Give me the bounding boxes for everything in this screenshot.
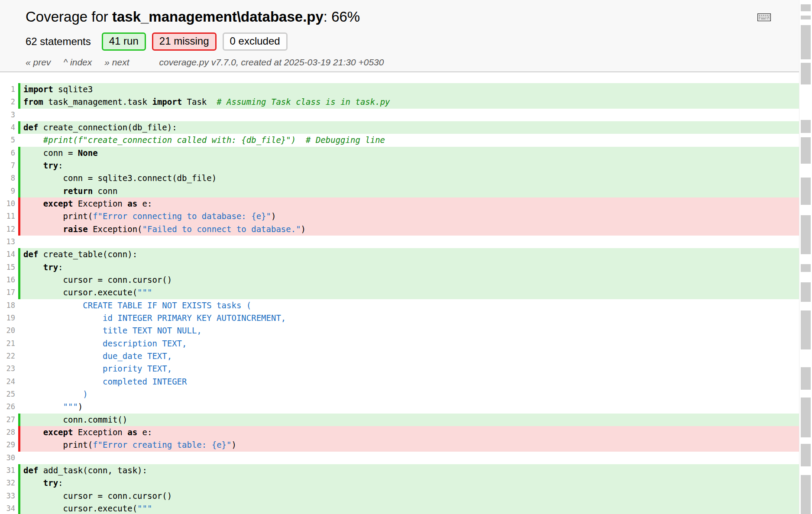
line-number[interactable]: 21 <box>0 337 15 350</box>
scroll-marker <box>801 4 811 11</box>
index-link[interactable]: ^ index <box>63 57 92 68</box>
line-code: cursor = conn.cursor() <box>18 274 799 286</box>
code-token-pln: sqlite3 <box>53 84 93 94</box>
line-number[interactable]: 1 <box>0 83 15 96</box>
source-line: 13 <box>0 236 799 248</box>
line-number[interactable]: 5 <box>0 134 15 146</box>
line-number[interactable]: 3 <box>0 109 15 121</box>
line-code <box>18 109 799 121</box>
line-number[interactable]: 30 <box>0 452 15 464</box>
code-token-str: completed INTEGER <box>23 377 187 386</box>
code-token-key: def <box>23 123 38 132</box>
line-code: def create_table(conn): <box>18 248 799 261</box>
code-token-pln: cursor = conn.cursor() <box>23 275 172 284</box>
run-filter-button[interactable]: 41 run <box>102 32 146 51</box>
source-line: 34 cursor.execute(""" <box>0 502 799 514</box>
line-number[interactable]: 18 <box>0 299 15 312</box>
code-token-pln: Exception <box>73 199 127 208</box>
line-number[interactable]: 13 <box>0 236 15 248</box>
line-number[interactable]: 15 <box>0 261 15 274</box>
line-code: cursor = conn.cursor() <box>18 490 799 502</box>
scroll-marker <box>801 282 811 302</box>
scroll-marker <box>801 215 811 254</box>
prev-file-link[interactable]: « prev <box>26 57 51 68</box>
line-code: completed INTEGER <box>18 375 799 388</box>
line-number[interactable]: 9 <box>0 185 15 197</box>
line-number[interactable]: 33 <box>0 490 15 502</box>
line-number[interactable]: 28 <box>0 426 15 439</box>
line-number[interactable]: 6 <box>0 147 15 159</box>
line-number[interactable]: 31 <box>0 464 15 477</box>
code-token-key: try <box>43 478 58 488</box>
title-prefix: Coverage for <box>26 9 112 25</box>
line-number[interactable]: 23 <box>0 362 15 375</box>
line-number[interactable]: 24 <box>0 375 15 388</box>
missing-filter-button[interactable]: 21 missing <box>152 32 217 51</box>
code-token-pln: ) <box>271 211 276 221</box>
code-token-pln: Task <box>182 97 217 107</box>
code-token-key: try <box>43 262 58 272</box>
source-line: 10 except Exception as e: <box>0 197 799 210</box>
code-token-pln <box>23 224 63 234</box>
line-number[interactable]: 10 <box>0 197 15 210</box>
line-number[interactable]: 22 <box>0 350 15 362</box>
line-number[interactable]: 16 <box>0 274 15 286</box>
line-code: except Exception as e: <box>18 197 799 210</box>
source-line: 16 cursor = conn.cursor() <box>0 274 799 286</box>
line-code: cursor.execute(""" <box>18 502 799 514</box>
source-line: 6 conn = None <box>0 147 799 159</box>
source-line: 28 except Exception as e: <box>0 426 799 439</box>
source-line: 3 <box>0 109 799 121</box>
code-token-str: id INTEGER PRIMARY KEY AUTOINCREMENT, <box>23 313 286 323</box>
line-code: ) <box>18 388 799 401</box>
line-code: raise Exception("Failed to connect to da… <box>18 223 799 236</box>
report-header: Coverage for task_management\database.py… <box>0 0 799 72</box>
line-code: """) <box>18 401 799 413</box>
line-number[interactable]: 7 <box>0 159 15 172</box>
code-token-key: def <box>23 249 38 259</box>
code-token-pln <box>23 478 43 488</box>
scroll-marker <box>801 63 811 84</box>
line-number[interactable]: 11 <box>0 210 15 223</box>
code-token-pln <box>23 427 43 437</box>
keyboard-icon[interactable] <box>757 13 771 21</box>
line-number[interactable]: 34 <box>0 502 15 514</box>
source-line: 21 description TEXT, <box>0 337 799 350</box>
line-code: except Exception as e: <box>18 426 799 439</box>
code-token-pln: create_connection(db_file): <box>38 123 177 132</box>
line-code: description TEXT, <box>18 337 799 350</box>
next-file-link[interactable]: » next <box>104 57 129 68</box>
line-number[interactable]: 19 <box>0 312 15 324</box>
line-number[interactable]: 29 <box>0 439 15 451</box>
line-number[interactable]: 2 <box>0 96 15 108</box>
code-token-pln: : <box>58 262 63 272</box>
line-number[interactable]: 8 <box>0 172 15 184</box>
code-token-str: "Failed to connect to database." <box>142 224 301 234</box>
source-code-listing: 1import sqlite32from task_management.tas… <box>0 83 799 514</box>
line-number[interactable]: 26 <box>0 401 15 413</box>
line-number[interactable]: 14 <box>0 248 15 261</box>
line-number[interactable]: 25 <box>0 388 15 401</box>
source-line: 20 title TEXT NOT NULL, <box>0 324 799 337</box>
source-line: 17 cursor.execute(""" <box>0 286 799 299</box>
excluded-filter-button[interactable]: 0 excluded <box>223 32 288 51</box>
line-code: conn.commit() <box>18 414 799 426</box>
code-token-key: None <box>78 148 98 158</box>
line-code: title TEXT NOT NULL, <box>18 324 799 337</box>
code-token-key: raise <box>63 224 88 234</box>
code-token-str: """ <box>137 288 152 297</box>
code-token-str: ) <box>23 389 88 399</box>
line-number[interactable]: 12 <box>0 223 15 236</box>
source-line: 4def create_connection(db_file): <box>0 121 799 134</box>
line-number[interactable]: 4 <box>0 121 15 134</box>
code-token-pln: ) <box>301 224 306 234</box>
source-line: 32 try: <box>0 477 799 489</box>
line-number[interactable]: 20 <box>0 324 15 337</box>
source-line: 18 CREATE TABLE IF NOT EXISTS tasks ( <box>0 299 799 312</box>
line-number[interactable]: 27 <box>0 414 15 426</box>
line-number[interactable]: 32 <box>0 477 15 489</box>
source-line: 29 print(f"Error creating table: {e}") <box>0 439 799 451</box>
source-line: 31def add_task(conn, task): <box>0 464 799 477</box>
line-number[interactable]: 17 <box>0 286 15 299</box>
code-token-pln: e: <box>137 199 152 208</box>
